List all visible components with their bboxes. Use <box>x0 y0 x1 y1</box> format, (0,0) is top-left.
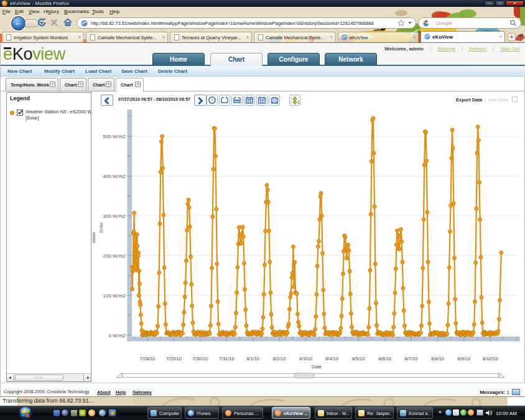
svg-text:8/7/10: 8/7/10 <box>405 356 418 362</box>
svg-text:8/5/10: 8/5/10 <box>352 356 365 362</box>
svg-text:8/3/10: 8/3/10 <box>299 356 312 362</box>
svg-text:7/30/10: 7/30/10 <box>192 356 208 362</box>
svg-text:0 W/m2: 0 W/m2 <box>108 333 126 338</box>
svg-text:200 W/m2: 200 W/m2 <box>103 253 126 259</box>
svg-text:7/28/10: 7/28/10 <box>139 356 155 362</box>
svg-text:8/8/10: 8/8/10 <box>431 356 444 362</box>
svg-text:7/29/10: 7/29/10 <box>166 356 182 362</box>
svg-text:7/31/10: 7/31/10 <box>219 356 235 362</box>
svg-text:8/2/10: 8/2/10 <box>273 356 286 362</box>
svg-text:8/4/10: 8/4/10 <box>325 356 338 362</box>
svg-text:8/10/10: 8/10/10 <box>483 356 498 362</box>
svg-text:8/6/10: 8/6/10 <box>378 356 391 362</box>
svg-text:300 W/m2: 300 W/m2 <box>103 213 126 219</box>
svg-text:8/1/10: 8/1/10 <box>246 356 259 362</box>
svg-text:100 W/m2: 100 W/m2 <box>103 293 126 299</box>
svg-text:500 W/m2: 500 W/m2 <box>103 134 126 139</box>
svg-text:8/9/10: 8/9/10 <box>457 356 470 362</box>
svg-text:Solar: Solar <box>98 222 104 233</box>
svg-text:Date: Date <box>312 364 322 370</box>
svg-text:400 W/m2: 400 W/m2 <box>103 174 126 179</box>
